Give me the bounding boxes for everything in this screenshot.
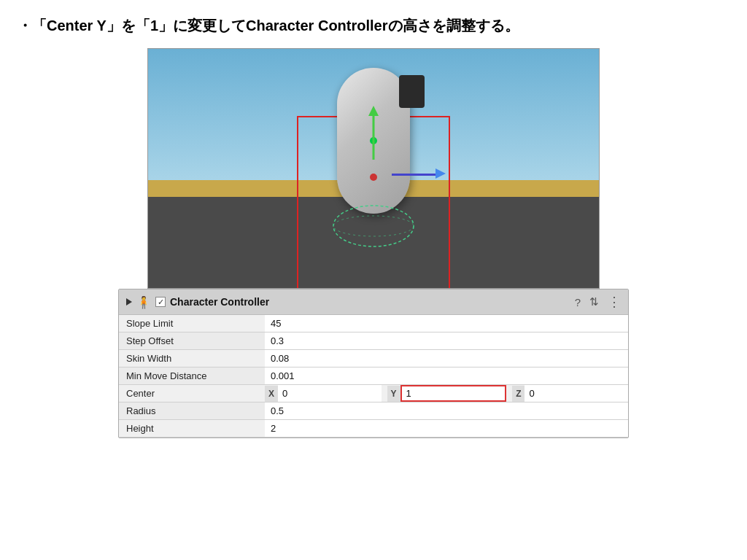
skin-width-row: Skin Width 0.08 — [119, 350, 628, 368]
x-axis-label: X — [265, 386, 278, 402]
skin-width-label: Skin Width — [119, 350, 265, 367]
enabled-checkbox[interactable]: ✓ — [155, 297, 166, 307]
slope-limit-label: Slope Limit — [119, 315, 265, 332]
center-y-value[interactable]: 1 — [400, 385, 507, 402]
more-icon[interactable]: ⋮ — [608, 294, 621, 310]
content-area: 🧍 ✓ Character Controller ? ⇅ ⋮ Slope Lim… — [18, 48, 729, 438]
height-value[interactable]: 2 — [265, 420, 628, 437]
slope-limit-value[interactable]: 45 — [265, 315, 628, 332]
y-axis-arrow — [373, 116, 375, 160]
z-axis-label: Z — [512, 386, 525, 402]
svg-point-1 — [333, 216, 414, 236]
radius-row: Radius 0.5 — [119, 402, 628, 420]
collapse-icon[interactable] — [126, 298, 132, 306]
x-axis-arrowhead — [436, 168, 446, 179]
center-handle — [370, 174, 377, 181]
x-axis-arrow — [392, 174, 436, 176]
inspector-title: Character Controller — [170, 296, 570, 308]
min-move-distance-row: Min Move Distance 0.001 — [119, 368, 628, 385]
center-xyz: X 0 Y 1 Z 0 — [265, 385, 628, 402]
radius-value[interactable]: 0.5 — [265, 402, 628, 419]
center-label: Center — [119, 385, 265, 402]
skin-width-value[interactable]: 0.08 — [265, 350, 628, 367]
center-x-value[interactable]: 0 — [278, 385, 382, 402]
inspector-panel: 🧍 ✓ Character Controller ? ⇅ ⋮ Slope Lim… — [118, 289, 629, 438]
help-icon[interactable]: ? — [575, 296, 581, 308]
y-axis-arrowhead — [368, 106, 379, 116]
min-move-distance-label: Min Move Distance — [119, 368, 265, 384]
center-row: Center X 0 Y 1 Z 0 — [119, 385, 628, 402]
step-offset-row: Step Offset 0.3 — [119, 332, 628, 350]
settings-icon[interactable]: ⇅ — [589, 295, 599, 308]
min-move-distance-value[interactable]: 0.001 — [265, 368, 628, 384]
inspector-header-icons: ? ⇅ ⋮ — [575, 294, 621, 310]
height-label: Height — [119, 420, 265, 437]
slope-limit-row: Slope Limit 45 — [119, 315, 628, 332]
inspector-header: 🧍 ✓ Character Controller ? ⇅ ⋮ — [119, 289, 628, 315]
height-row: Height 2 — [119, 420, 628, 438]
svg-point-0 — [333, 206, 414, 246]
center-z-value[interactable]: 0 — [525, 385, 628, 402]
collider-wireframe — [330, 197, 417, 255]
component-icon: 🧍 — [136, 295, 151, 309]
step-offset-label: Step Offset — [119, 332, 265, 349]
radius-label: Radius — [119, 402, 265, 419]
instruction-text: ・「Center Y」を「1」に変更してCharacter Controller… — [18, 15, 729, 36]
backpack — [399, 75, 425, 108]
y-axis-label: Y — [387, 386, 400, 402]
step-offset-value[interactable]: 0.3 — [265, 332, 628, 349]
scene-viewport — [147, 48, 600, 289]
